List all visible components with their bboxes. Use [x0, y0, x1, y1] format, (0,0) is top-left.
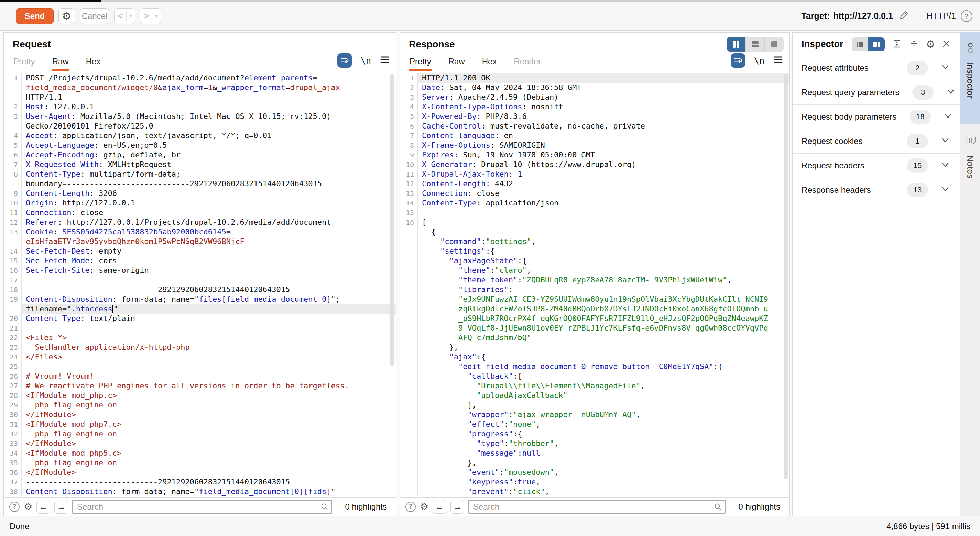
tab-raw[interactable]: Raw: [448, 57, 466, 71]
request-scrollbar[interactable]: [390, 74, 395, 366]
editor-line[interactable]: 25: [4, 362, 396, 371]
editor-line[interactable]: 18-----------------------------292129206…: [4, 285, 396, 295]
expand-all-button[interactable]: [892, 38, 902, 50]
editor-line[interactable]: 15: [400, 208, 789, 217]
editor-line[interactable]: "command":"settings",: [400, 237, 789, 246]
editor-line[interactable]: "type":"throbber",: [400, 439, 789, 449]
editor-line[interactable]: ],: [400, 400, 789, 410]
tab-pretty[interactable]: Pretty: [409, 57, 432, 71]
editor-line[interactable]: 6Cache-Control: must-revalidate, no-cach…: [400, 121, 789, 131]
forward-history-button[interactable]: > ▾: [140, 8, 161, 24]
editor-line[interactable]: 14Content-Type: application/json: [400, 198, 789, 208]
editor-line[interactable]: Gecko/20100101 Firefox/125.0: [4, 121, 396, 131]
editor-line[interactable]: 9_VQqLf0-JjUEwn8U1ov0EY_rZPBLJ1Yc7KLFsfq…: [400, 324, 789, 333]
editor-line[interactable]: 24</Files>: [4, 352, 396, 362]
editor-line[interactable]: 11Connection: close: [4, 208, 396, 217]
editor-line[interactable]: },: [400, 458, 789, 468]
search-prev-button[interactable]: ←: [433, 500, 446, 514]
editor-line[interactable]: 3User-Agent: Mozilla/5.0 (Macintosh; Int…: [4, 112, 396, 121]
editor-line[interactable]: 2Date: Sat, 04 May 2024 18:36:58 GMT: [400, 83, 789, 92]
editor-line[interactable]: 10Origin: http://127.0.0.1: [4, 198, 396, 208]
editor-line[interactable]: 3Server: Apache/2.4.59 (Debian): [400, 92, 789, 102]
inspector-dock-right-button[interactable]: [868, 38, 885, 51]
inspector-section-request-attributes[interactable]: Request attributes2: [792, 56, 960, 81]
editor-line[interactable]: 7X-Requested-With: XMLHttpRequest: [4, 160, 396, 170]
editor-line[interactable]: "prevent":"click",: [400, 487, 789, 496]
editor-line[interactable]: 2Host: 127.0.0.1: [4, 102, 396, 112]
editor-line[interactable]: "callback":[: [400, 371, 789, 381]
editor-menu-button[interactable]: [380, 56, 390, 65]
editor-line[interactable]: 13Connection: close: [400, 189, 789, 198]
editor-line[interactable]: 20Content-Type: text/plain: [4, 314, 396, 324]
editor-line[interactable]: 7Content-language: en: [400, 131, 789, 141]
editor-line[interactable]: 38Content-Disposition: form-data; name="…: [4, 487, 396, 496]
tab-render[interactable]: Render: [513, 57, 542, 71]
editor-line[interactable]: "progress":{: [400, 429, 789, 439]
editor-line[interactable]: "uploadAjaxCallback": [400, 391, 789, 400]
collapse-all-button[interactable]: [909, 38, 919, 50]
editor-line[interactable]: filename=".htaccess": [4, 304, 396, 314]
tab-hex[interactable]: Hex: [85, 57, 102, 71]
search-prev-button[interactable]: ←: [37, 500, 50, 514]
cancel-button[interactable]: Cancel: [80, 8, 109, 24]
editor-line[interactable]: "Drupal\\file\\Element\\ManagedFile",: [400, 381, 789, 391]
editor-line[interactable]: 8X-Frame-Options: SAMEORIGIN: [400, 141, 789, 150]
editor-line[interactable]: "libraries":: [400, 285, 789, 295]
editor-line[interactable]: },: [400, 343, 789, 352]
editor-line[interactable]: 36</IfModule>: [4, 468, 396, 477]
editor-line[interactable]: 23 SetHandler application/x-httpd-php: [4, 343, 396, 352]
editor-line[interactable]: "settings":{: [400, 246, 789, 256]
editor-line[interactable]: "ajaxPageState":{: [400, 256, 789, 266]
editor-line[interactable]: 13Cookie: SESS05d4275ca1538832b5ab92000b…: [4, 227, 396, 237]
editor-line[interactable]: 5Accept-Language: en-US,en;q=0.5: [4, 141, 396, 150]
editor-line[interactable]: 17: [4, 275, 396, 285]
editor-line[interactable]: 9Expires: Sun, 19 Nov 1978 05:00:00 GMT: [400, 150, 789, 160]
inspector-section-response-headers[interactable]: Response headers13: [792, 178, 960, 202]
response-scrollbar[interactable]: [784, 74, 788, 479]
request-editor[interactable]: 1POST /Projects/drupal-10.2.6/media/add/…: [4, 71, 396, 497]
editor-line[interactable]: "message":null: [400, 449, 789, 458]
editor-line[interactable]: HTTP/1.1: [4, 92, 396, 102]
search-help-icon[interactable]: ?: [9, 502, 20, 512]
send-settings-button[interactable]: ⚙: [59, 8, 75, 24]
dropdown-arrow-icon[interactable]: ▾: [152, 13, 161, 19]
editor-line[interactable]: 12Referer: http://127.0.0.1/Projects/dru…: [4, 217, 396, 227]
edit-target-button[interactable]: [898, 10, 910, 23]
word-wrap-toggle[interactable]: [731, 53, 745, 68]
editor-line[interactable]: 37-----------------------------292129206…: [4, 477, 396, 487]
editor-line[interactable]: field_media_document/widget/0&ajax_form=…: [4, 83, 396, 92]
editor-line[interactable]: 11X-Drupal-Ajax-Token: 1: [400, 170, 789, 179]
editor-line[interactable]: 21: [4, 324, 396, 333]
word-wrap-toggle[interactable]: [337, 53, 352, 68]
editor-line[interactable]: 28<IfModule mod_php.c>: [4, 391, 396, 400]
dropdown-arrow-icon[interactable]: ▾: [127, 13, 135, 19]
inspector-section-request-cookies[interactable]: Request cookies1: [792, 129, 960, 154]
editor-line[interactable]: 32 php_flag engine on: [4, 429, 396, 439]
side-tab-inspector[interactable]: Inspector: [960, 32, 980, 124]
show-newlines-toggle[interactable]: \n: [361, 56, 371, 66]
inspector-dock-left-button[interactable]: [852, 38, 868, 51]
inspector-settings-button[interactable]: ⚙: [926, 39, 935, 49]
editor-line[interactable]: 19Content-Disposition: form-data; name="…: [4, 295, 396, 304]
search-settings-icon[interactable]: ⚙: [420, 502, 428, 512]
side-tab-notes[interactable]: Notes: [960, 124, 980, 213]
editor-line[interactable]: "keypress":true,: [400, 477, 789, 487]
editor-line[interactable]: AFQ_c7md3shm7bQ": [400, 333, 789, 343]
tab-pretty[interactable]: Pretty: [13, 57, 36, 71]
editor-line[interactable]: 35 php_flag engine on: [4, 458, 396, 468]
editor-line[interactable]: 15Sec-Fetch-Mode: cors: [4, 256, 396, 266]
editor-line[interactable]: boundary=---------------------------2921…: [4, 179, 396, 189]
editor-line[interactable]: "effect":"none",: [400, 420, 789, 429]
editor-line[interactable]: 31<IfModule mod_php7.c>: [4, 420, 396, 429]
inspector-section-request-query-parameters[interactable]: Request query parameters3: [792, 81, 960, 105]
editor-line[interactable]: 4Accept: application/json, text/javascri…: [4, 131, 396, 141]
search-help-icon[interactable]: ?: [406, 502, 416, 512]
inspector-section-request-headers[interactable]: Request headers15: [792, 154, 960, 178]
inspector-section-request-body-parameters[interactable]: Request body parameters18: [792, 105, 960, 129]
show-newlines-toggle[interactable]: \n: [754, 56, 764, 66]
editor-line[interactable]: 26# Vroum! Vroum!: [4, 371, 396, 381]
editor-line[interactable]: 16[: [400, 217, 789, 227]
editor-line[interactable]: 14Sec-Fetch-Dest: empty: [4, 246, 396, 256]
editor-line[interactable]: 1HTTP/1.1 200 OK: [400, 73, 789, 83]
editor-line[interactable]: 30</IfModule>: [4, 410, 396, 420]
